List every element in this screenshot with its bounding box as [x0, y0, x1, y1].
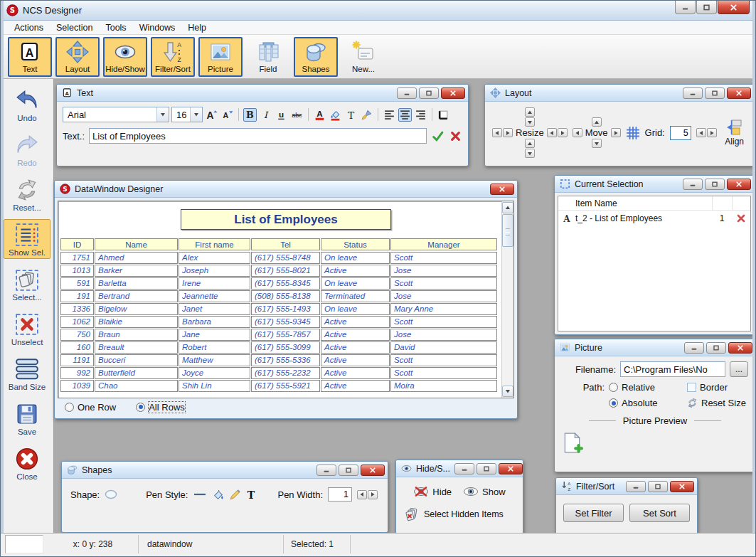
reset-size-button[interactable]: Reset Size	[687, 398, 746, 408]
table-cell[interactable]: Jeannette	[179, 290, 250, 302]
table-cell[interactable]: Active	[321, 354, 390, 366]
move-up-button[interactable]	[592, 117, 602, 127]
font-family-combo[interactable]: Arial	[63, 107, 169, 122]
table-cell[interactable]: Jose	[390, 329, 497, 341]
move-down-button[interactable]	[592, 139, 602, 148]
table-cell[interactable]: 191	[60, 290, 94, 302]
align-center-button[interactable]	[398, 108, 412, 122]
sidebar-undo-button[interactable]: Undo	[4, 85, 50, 124]
resize-shorter-top-button[interactable]	[525, 117, 535, 127]
sidebar-band-size-button[interactable]: Band Size	[4, 354, 50, 393]
toolbar-new-button[interactable]: New...	[341, 37, 385, 77]
resize-right-button[interactable]	[558, 128, 568, 137]
fs-minimize-button[interactable]	[626, 481, 646, 492]
line-style-icon[interactable]	[193, 489, 207, 499]
sidebar-save-button[interactable]: Save	[4, 398, 50, 438]
table-cell[interactable]: Jose	[390, 265, 497, 277]
strikethrough-button[interactable]: abc	[290, 108, 304, 122]
toolbar-filter-sort-button[interactable]: AZ Filter/Sort	[151, 37, 195, 77]
table-cell[interactable]: Scott	[390, 367, 497, 379]
current-selection-titlebar[interactable]: Current Selection	[555, 176, 754, 193]
table-cell[interactable]: Janet	[179, 303, 250, 315]
hs-minimize-button[interactable]	[454, 463, 474, 474]
table-cell[interactable]: (617) 555-1493	[251, 303, 320, 315]
shrink-font-button[interactable]: A	[220, 108, 234, 122]
layout-restore-button[interactable]	[705, 87, 725, 99]
menu-tools[interactable]: Tools	[99, 21, 132, 34]
layout-panel-titlebar[interactable]: Layout	[485, 85, 754, 102]
border-button[interactable]	[437, 108, 450, 122]
align-left-button[interactable]	[383, 108, 396, 122]
table-cell[interactable]: On leave	[321, 277, 390, 290]
picture-panel-titlebar[interactable]: Picture	[555, 339, 755, 356]
font-family-dropdown-button[interactable]	[156, 107, 169, 122]
table-cell[interactable]: Chao	[95, 380, 178, 392]
table-cell[interactable]: Barletta	[95, 277, 178, 290]
pen-width-increase-button[interactable]	[368, 490, 378, 499]
hide-button[interactable]: Hide	[413, 486, 452, 497]
toolbar-layout-button[interactable]: Layout	[55, 37, 100, 77]
column-header[interactable]: Tel	[251, 238, 320, 250]
font-size-dropdown-button[interactable]	[190, 107, 202, 122]
text-value-input[interactable]	[89, 128, 427, 144]
table-cell[interactable]: Active	[321, 341, 390, 354]
table-cell[interactable]: 591	[60, 277, 94, 290]
table-cell[interactable]: Bertrand	[95, 290, 178, 302]
column-header[interactable]: ID	[60, 238, 94, 250]
table-cell[interactable]: Active	[321, 329, 390, 341]
show-button[interactable]: Show	[463, 486, 506, 497]
resize-taller-top-button[interactable]	[525, 107, 535, 117]
close-button[interactable]	[718, 1, 750, 14]
table-cell[interactable]: 1751	[60, 252, 94, 264]
resize-left-button[interactable]	[547, 128, 557, 137]
table-cell[interactable]: (617) 555-8021	[251, 265, 320, 277]
table-cell[interactable]: Moira	[390, 380, 497, 392]
design-canvas[interactable]: List of Employees IDNameFirst nameTelSta…	[58, 201, 514, 398]
table-cell[interactable]: Scott	[390, 316, 497, 328]
set-filter-button[interactable]: Set Filter	[563, 504, 624, 522]
toolbar-hide-show-button[interactable]: Hide/Show	[103, 37, 147, 77]
table-cell[interactable]: (617) 555-8748	[251, 252, 320, 264]
one-row-radio[interactable]: One Row	[65, 402, 116, 413]
set-sort-button[interactable]: Set Sort	[629, 504, 690, 522]
hs-close-button[interactable]	[499, 463, 523, 474]
table-cell[interactable]: 750	[60, 329, 94, 341]
resize-taller-bottom-button[interactable]	[525, 139, 535, 148]
format-painter-button[interactable]	[360, 108, 373, 122]
table-cell[interactable]: (617) 555-2232	[251, 367, 320, 379]
datawindow-titlebar[interactable]: S DataWindow Designer	[55, 181, 517, 198]
sidebar-close-button[interactable]: Close	[4, 443, 50, 483]
table-cell[interactable]: Barbara	[179, 316, 250, 328]
toolbar-text-button[interactable]: A Text	[8, 37, 52, 77]
table-cell[interactable]: Scott	[390, 252, 497, 264]
table-cell[interactable]: 992	[60, 367, 94, 379]
grid-decrease-button[interactable]	[696, 128, 706, 137]
table-cell[interactable]: Bucceri	[95, 354, 178, 366]
pencil-icon[interactable]	[229, 489, 241, 501]
font-color-button[interactable]: A	[313, 108, 326, 122]
maximize-button[interactable]	[696, 1, 717, 14]
cs-close-button[interactable]	[727, 179, 751, 190]
ellipse-shape-icon[interactable]	[105, 489, 117, 499]
shapes-panel-titlebar[interactable]: Shapes	[62, 462, 388, 479]
absolute-radio[interactable]: Absolute	[609, 398, 683, 408]
table-cell[interactable]: Bigelow	[95, 303, 178, 315]
table-cell[interactable]: Matthew	[179, 354, 250, 366]
table-cell[interactable]: Alex	[179, 252, 250, 264]
scroll-down-button[interactable]	[502, 386, 513, 397]
hide-show-titlebar[interactable]: Hide/S...	[396, 460, 523, 477]
column-header[interactable]: Manager	[390, 238, 497, 250]
selection-list-item[interactable]: A t_2 - List of Employees 1	[558, 211, 750, 226]
move-right-button[interactable]	[611, 128, 621, 137]
table-cell[interactable]: Ahmed	[95, 252, 178, 264]
cs-minimize-button[interactable]	[683, 179, 703, 190]
picture-close-button[interactable]	[728, 342, 752, 354]
all-rows-radio[interactable]: All Rows	[136, 402, 185, 413]
table-cell[interactable]: (617) 555-3099	[251, 341, 320, 354]
column-header[interactable]: First name	[179, 238, 250, 250]
table-cell[interactable]: Irene	[179, 277, 250, 290]
select-hidden-items-button[interactable]: Select Hidden Items	[405, 507, 523, 521]
table-cell[interactable]: 160	[60, 341, 94, 354]
table-cell[interactable]: Active	[321, 265, 390, 277]
table-cell[interactable]: Butterfield	[95, 367, 178, 379]
